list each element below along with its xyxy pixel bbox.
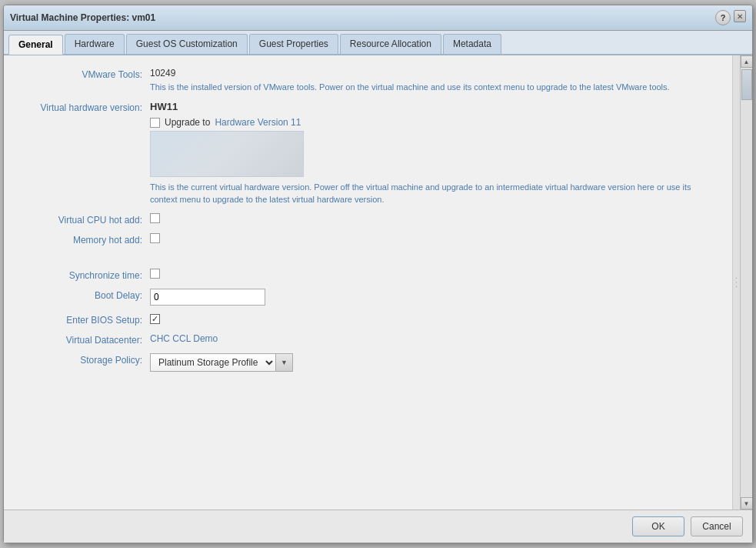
- ok-button[interactable]: OK: [632, 516, 684, 536]
- tabs-bar: General Hardware Guest OS Customization …: [4, 31, 752, 55]
- cpu-hotadd-checkbox[interactable]: [150, 213, 160, 223]
- virtual-hw-value: HW11 Upgrade to Hardware Version 11 This…: [150, 101, 717, 206]
- close-button[interactable]: ✕: [734, 10, 746, 22]
- dialog-content: General Hardware Guest OS Customization …: [4, 31, 752, 543]
- enter-bios-label: Enter BIOS Setup:: [19, 313, 150, 326]
- boot-delay-value: [150, 289, 717, 306]
- virtual-dc-value: CHC CCL Demo: [150, 333, 717, 344]
- virtual-dc-link[interactable]: CHC CCL Demo: [150, 333, 218, 344]
- boot-delay-row: Boot Delay:: [19, 289, 717, 306]
- virtual-dc-row: Virtual Datacenter: CHC CCL Demo: [19, 333, 717, 346]
- sync-time-checkbox-input[interactable]: [150, 269, 160, 279]
- enter-bios-checkbox-input[interactable]: ✓: [150, 314, 160, 324]
- cancel-button[interactable]: Cancel: [691, 516, 743, 536]
- vmware-tools-value: 10249 This is the installed version of V…: [150, 68, 717, 93]
- memory-hot-label: Memory hot add:: [19, 233, 150, 246]
- sync-time-row: Synchronize time:: [19, 269, 717, 281]
- upgrade-row: Upgrade to Hardware Version 11: [150, 117, 717, 128]
- storage-policy-label: Storage Policy:: [19, 353, 150, 366]
- virtual-hw-version-row: Virtual hardware version: HW11 Upgrade t…: [19, 101, 717, 206]
- virtual-cpu-checkbox: [150, 213, 717, 226]
- upgrade-checkbox[interactable]: [150, 118, 160, 128]
- virtual-dc-label: Virtual Datacenter:: [19, 333, 150, 346]
- storage-policy-select[interactable]: Platinum Storage Profile: [150, 353, 276, 372]
- virtual-cpu-row: Virtual CPU hot add:: [19, 213, 717, 226]
- enter-bios-row: Enter BIOS Setup: ✓: [19, 313, 717, 326]
- help-button[interactable]: ?: [715, 10, 731, 25]
- boot-delay-label: Boot Delay:: [19, 289, 150, 301]
- virtual-cpu-label: Virtual CPU hot add:: [19, 213, 150, 226]
- scrollbar-thumb[interactable]: [741, 69, 752, 100]
- virtual-machine-properties-dialog: Virtual Machine Properties: vm01 ? ✕ Gen…: [3, 5, 753, 543]
- memory-hot-checkbox: [150, 233, 717, 246]
- dialog-title: Virtual Machine Properties: vm01: [10, 12, 155, 23]
- tab-guest-os[interactable]: Guest OS Customization: [126, 34, 248, 54]
- vmware-tools-info: This is the installed version of VMware …: [150, 82, 717, 93]
- cpu-memory-graphic: [150, 131, 304, 177]
- tab-general[interactable]: General: [8, 35, 63, 55]
- virtual-hw-label: Virtual hardware version:: [19, 101, 150, 113]
- tab-content-area: VMware Tools: 10249 This is the installe…: [4, 55, 752, 510]
- scrollbar: ▲ ▼: [740, 55, 752, 510]
- memory-hotadd-checkbox[interactable]: [150, 233, 160, 243]
- storage-policy-row: Storage Policy: Platinum Storage Profile…: [19, 353, 717, 372]
- sync-time-label: Synchronize time:: [19, 269, 150, 281]
- storage-policy-dropdown: Platinum Storage Profile ▼: [150, 353, 717, 372]
- memory-hot-row: Memory hot add:: [19, 233, 717, 246]
- tab-resource-allocation[interactable]: Resource Allocation: [340, 34, 441, 54]
- tab-metadata[interactable]: Metadata: [443, 34, 501, 54]
- storage-policy-value: Platinum Storage Profile ▼: [150, 353, 717, 372]
- storage-dropdown-arrow[interactable]: ▼: [276, 353, 293, 372]
- boot-delay-input[interactable]: [150, 289, 265, 306]
- titlebar: Virtual Machine Properties: vm01 ? ✕: [4, 5, 752, 31]
- vmware-tools-label: VMware Tools:: [19, 68, 150, 80]
- tab-hardware[interactable]: Hardware: [65, 34, 125, 54]
- hardware-version-link[interactable]: Hardware Version 11: [215, 117, 301, 128]
- vmware-tools-row: VMware Tools: 10249 This is the installe…: [19, 68, 717, 93]
- upgrade-to-label: Upgrade to: [165, 117, 210, 128]
- tab-guest-properties[interactable]: Guest Properties: [249, 34, 338, 54]
- scroll-up-arrow[interactable]: ▲: [741, 55, 753, 68]
- enter-bios-checkbox: ✓: [150, 313, 717, 324]
- main-content: VMware Tools: 10249 This is the installe…: [4, 55, 732, 510]
- sync-time-checkbox: [150, 269, 717, 281]
- bottom-bar: OK Cancel: [4, 510, 752, 543]
- hw-version-info: This is the current virtual hardware ver…: [150, 182, 717, 206]
- scroll-down-arrow[interactable]: ▼: [741, 497, 753, 510]
- titlebar-controls: ? ✕: [715, 10, 746, 25]
- resize-handle[interactable]: · · ·: [732, 55, 740, 510]
